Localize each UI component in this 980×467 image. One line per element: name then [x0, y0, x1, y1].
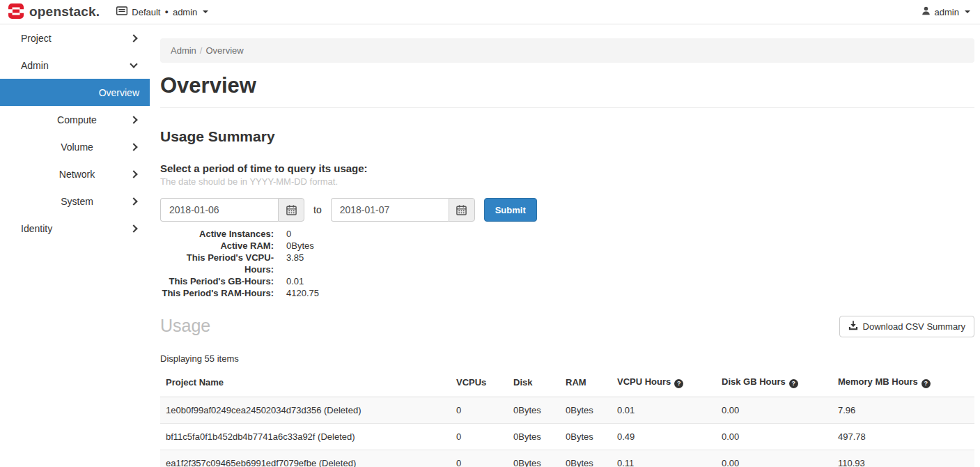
sidebar-item-label: Project [21, 33, 52, 44]
chevron-down-icon [131, 64, 137, 67]
date-to-calendar-button[interactable] [449, 198, 475, 222]
chevron-right-icon [131, 117, 137, 123]
help-icon[interactable]: ? [789, 379, 798, 388]
col-vcpus: VCPUs [451, 372, 508, 397]
project-dot-icon: ● [164, 9, 168, 15]
usage-table-heading: Usage [160, 316, 210, 336]
sidebar-item-admin[interactable]: Admin [0, 52, 150, 79]
cell-vcpu-hours: 0.49 [612, 424, 716, 450]
date-from-input[interactable] [160, 198, 278, 222]
download-csv-label: Download CSV Summary [863, 321, 965, 332]
chevron-right-icon [131, 199, 137, 204]
breadcrumb: Admin/Overview [160, 38, 974, 63]
download-icon [848, 321, 858, 332]
help-icon[interactable]: ? [674, 379, 683, 388]
user-icon [921, 6, 931, 17]
col-disk-gb-hours: Disk GB Hours? [716, 372, 832, 397]
cell-vcpus: 0 [451, 424, 508, 450]
cell-ram: 0Bytes [560, 450, 612, 467]
domain-icon [116, 6, 127, 17]
sidebar-item-system[interactable]: System [0, 187, 150, 215]
items-count: Displaying 55 items [160, 353, 974, 364]
col-disk: Disk [508, 372, 560, 397]
main-content: Admin/Overview Overview Usage Summary Se… [150, 24, 980, 467]
stat-label: Active RAM: [160, 240, 274, 252]
cell-project-name: bf11c5fa0f1b452db4b7741a6c33a92f (Delete… [160, 424, 451, 450]
col-vcpu-hours: VCPU Hours? [612, 372, 716, 397]
submit-button[interactable]: Submit [484, 198, 537, 222]
stat-value: 0 [286, 228, 974, 240]
sidebar-item-label: Volume [61, 141, 93, 153]
sidebar-item-compute[interactable]: Compute [0, 106, 150, 133]
usage-table: Project Name VCPUs Disk RAM VCPU Hours? … [160, 372, 974, 467]
stat-value: 4120.75 [286, 287, 974, 299]
chevron-right-icon [131, 171, 137, 177]
col-ram: RAM [560, 372, 612, 397]
chevron-right-icon [131, 144, 137, 150]
stat-value: 0.01 [286, 275, 974, 287]
stat-value: 0Bytes [286, 240, 974, 252]
cell-memory-mb-hours: 497.78 [832, 424, 974, 450]
top-navbar: openstack. Default ● admin admin [0, 0, 980, 24]
stat-label: Active Instances: [160, 228, 274, 240]
cell-disk: 0Bytes [508, 424, 560, 450]
sidebar-item-label: Compute [57, 114, 97, 125]
breadcrumb-current: Overview [205, 45, 243, 56]
stat-label: This Period's VCPU-Hours: [160, 252, 274, 275]
table-row: bf11c5fa0f1b452db4b7741a6c33a92f (Delete… [160, 424, 974, 450]
cell-memory-mb-hours: 110.93 [832, 450, 974, 467]
cell-vcpus: 0 [451, 450, 508, 467]
col-project-name: Project Name [160, 372, 451, 397]
user-menu[interactable]: admin [921, 6, 970, 17]
openstack-brand[interactable]: openstack. [8, 3, 100, 21]
title-divider [160, 107, 974, 108]
cell-disk: 0Bytes [508, 397, 560, 424]
date-range-form: to Submit [160, 198, 974, 222]
project-label: admin [173, 7, 197, 17]
brand-wordmark: openstack. [29, 4, 100, 20]
date-from-group [160, 198, 304, 222]
sidebar-item-project[interactable]: Project [0, 24, 150, 52]
cell-disk-gb-hours: 0.00 [716, 397, 832, 424]
sidebar-item-volume[interactable]: Volume [0, 133, 150, 160]
cell-disk: 0Bytes [508, 450, 560, 467]
table-header-row: Project Name VCPUs Disk RAM VCPU Hours? … [160, 372, 974, 397]
cell-vcpus: 0 [451, 397, 508, 424]
chevron-down-icon [965, 10, 970, 13]
stat-label: This Period's GB-Hours: [160, 275, 274, 287]
domain-label: Default [132, 7, 160, 17]
page-title: Overview [160, 73, 974, 98]
chevron-right-icon [131, 226, 137, 231]
domain-project-switcher[interactable]: Default ● admin [116, 6, 208, 17]
usage-summary-heading: Usage Summary [160, 128, 974, 145]
sidebar-item-label: Admin [21, 60, 49, 71]
date-from-calendar-button[interactable] [278, 198, 304, 222]
cell-vcpu-hours: 0.01 [612, 397, 716, 424]
cell-ram: 0Bytes [560, 424, 612, 450]
sidebar-item-label: System [61, 196, 93, 207]
date-range-prompt: Select a period of time to query its usa… [160, 162, 974, 174]
breadcrumb-separator: / [200, 45, 203, 56]
date-to-input[interactable] [331, 198, 449, 222]
sidebar-item-network[interactable]: Network [0, 160, 150, 187]
sidebar-item-identity[interactable]: Identity [0, 215, 150, 242]
stat-label: This Period's RAM-Hours: [160, 287, 274, 299]
download-csv-button[interactable]: Download CSV Summary [839, 316, 974, 337]
col-memory-mb-hours: Memory MB Hours? [832, 372, 974, 397]
breadcrumb-admin-link[interactable]: Admin [171, 45, 196, 56]
table-row: 1e0b0f99af0249cea24502034d73d356 (Delete… [160, 397, 974, 424]
cell-project-name: ea1f2f357c09465eb6991edf7079efbe (Delete… [160, 450, 451, 467]
table-row: ea1f2f357c09465eb6991edf7079efbe (Delete… [160, 450, 974, 467]
help-icon[interactable]: ? [921, 379, 931, 388]
stat-value: 3.85 [286, 252, 974, 275]
date-format-hint: The date should be in YYYY-MM-DD format. [160, 176, 974, 187]
usage-stats: Active Instances: 0 Active RAM: 0Bytes T… [160, 228, 974, 299]
sidebar-nav: Project Admin Overview Compute Volume Ne… [0, 24, 150, 467]
cell-disk-gb-hours: 0.00 [716, 450, 832, 467]
chevron-right-icon [131, 36, 137, 41]
sidebar-item-label: Overview [99, 87, 139, 98]
sidebar-item-overview[interactable]: Overview [0, 79, 150, 106]
date-to-group [331, 198, 475, 222]
cell-ram: 0Bytes [560, 397, 612, 424]
user-name-label: admin [935, 7, 959, 17]
